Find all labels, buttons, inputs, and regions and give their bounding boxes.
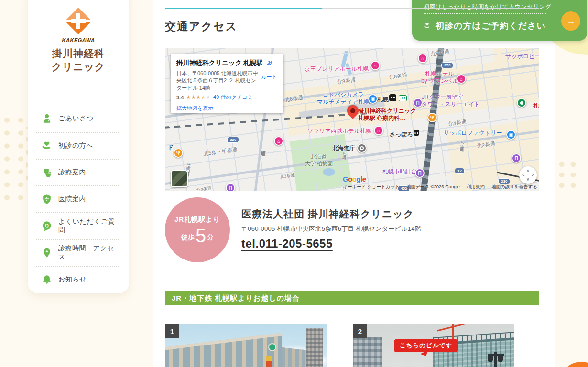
sidebar-item-label: 診療時間・アクセス: [58, 244, 120, 261]
subway-station-icon: [414, 130, 419, 136]
map-label: ソラリア西鉄ホテル札幌: [307, 127, 371, 135]
sidebar-item-1[interactable]: ごあいさつ: [36, 105, 120, 132]
road-shield: 12: [455, 168, 465, 174]
map-marker-hotel[interactable]: ⌂: [374, 126, 383, 135]
map-label: サッポロファクトリー: [444, 129, 502, 137]
sidebar-item-label: よくいただくご質問: [58, 217, 120, 235]
map-marker-civic[interactable]: [357, 143, 367, 153]
map-marker-transit[interactable]: [517, 98, 526, 108]
directions-button[interactable]: ルート: [260, 60, 279, 81]
hand-heart-icon: [41, 140, 53, 151]
access-photo-2: こちらのビルです 2: [353, 324, 514, 367]
map-marker-shopping[interactable]: ▣: [506, 130, 516, 140]
cta-arrow-button[interactable]: →: [561, 11, 580, 31]
sidebar-item-label: 初診の方へ: [58, 141, 93, 150]
map-label: 京王プレリアホテル札幌: [305, 65, 369, 73]
jr-station-icon: JR: [399, 95, 407, 101]
logo-diamond-icon: [63, 9, 94, 36]
map-marker-hotel[interactable]: ⌂: [457, 74, 466, 84]
street-lamp-head: [498, 356, 503, 362]
report-error-link[interactable]: 地図の誤りを報告する: [491, 184, 537, 190]
jr-tower: [306, 328, 323, 367]
reservation-cta-banner[interactable]: 初回はしっかりと時間をかけてカウンセリング 初診の方はご予約ください →: [412, 0, 587, 41]
photo-number-badge: 2: [353, 324, 367, 338]
photo-number-badge: 1: [165, 324, 179, 338]
map-attribution: キーボード ショートカット地図データ ©2026 Google利用規約地図の誤り…: [343, 184, 537, 190]
map-marker-museum[interactable]: Π: [512, 153, 521, 163]
walk-time-badge: JR札幌駅より 徒歩5分: [165, 197, 230, 262]
hand-heart-icon: [424, 20, 431, 32]
doctor-icon: [41, 113, 53, 124]
satellite-view-thumbnail[interactable]: [171, 170, 188, 187]
shield-cross-icon: [41, 194, 53, 205]
map-marker-museum[interactable]: Π: [415, 168, 425, 178]
reviews-link[interactable]: 49 件のクチコミ: [213, 94, 253, 101]
map-marker-museum[interactable]: Π: [413, 98, 423, 108]
rating-value: 3.4: [176, 95, 184, 100]
sidebar-item-5[interactable]: Qよくいただくご質問: [36, 212, 120, 239]
map-card-address: 日本、〒060-0005 北海道札幌市中央区北５条西６丁目2-２ 札幌センタービ…: [176, 70, 259, 92]
map-marker-restaurant[interactable]: Ψ: [174, 148, 183, 158]
sidebar-item-label: お知らせ: [58, 275, 87, 284]
terms-link[interactable]: 利用規約: [467, 184, 485, 190]
building-callout-bubble: こちらのビルです: [394, 339, 458, 352]
cta-dotted-divider: [424, 13, 546, 14]
google-map-embed[interactable]: 北9条通サッポロビール京王プレリアホテル札幌札幌ホテルby グランベル北8条通北…: [165, 48, 539, 191]
walk-badge-line2: 徒歩5分: [165, 225, 230, 247]
map-pan-control[interactable]: ∧∨<>: [519, 166, 537, 184]
sidebar-item-6[interactable]: 診療時間・アクセス: [36, 239, 120, 266]
map-marker-hotel[interactable]: ⌂: [418, 54, 427, 63]
sidebar-item-2[interactable]: 初診の方へ: [36, 132, 120, 159]
sidebar-item-label: 診療案内: [58, 168, 86, 177]
directions-fork-icon: [264, 60, 274, 70]
question-bubble-icon: Q: [41, 220, 53, 232]
sidebar-item-4[interactable]: 医院案内: [36, 185, 120, 212]
map-label: 札幌駅 心療内科…: [358, 114, 405, 122]
gray-building: [353, 337, 382, 367]
road-shield: 273: [441, 62, 453, 68]
building-logo-circle: [268, 343, 276, 351]
sidebar-item-7[interactable]: お知らせ: [36, 266, 120, 292]
map-label: 北海道: [311, 153, 327, 161]
svg-text:Q: Q: [45, 223, 49, 228]
map-marker-restaurant[interactable]: Ψ: [427, 113, 437, 122]
map-marker-hotel[interactable]: ⌂: [274, 136, 283, 146]
sidebar-item-label: ごあいさつ: [58, 114, 94, 123]
decor-dots-right: [556, 159, 576, 191]
walk-badge-line1: JR札幌駅より: [165, 216, 230, 224]
bell-icon: [41, 274, 53, 285]
map-marker-hotel[interactable]: ⌂: [370, 61, 380, 70]
map-info-card: 掛川神経科クリニック 札幌駅 ... 日本、〒060-0005 北海道札幌市中央…: [171, 54, 283, 113]
enlarge-map-link[interactable]: 拡大地図を表示: [176, 105, 278, 112]
cta-main-row: 初診の方はご予約ください: [424, 20, 546, 32]
clinic-address: 〒060-0005 札幌市中央区北5条西6丁目 札幌センタービル14階: [241, 225, 421, 233]
map-label: さっぽろ: [390, 130, 413, 139]
stethoscope-icon: [41, 167, 53, 178]
logo-brand-text: KAKEGAWA: [28, 37, 129, 43]
street-lamp: [494, 352, 497, 367]
map-label: タワー・スリーエイト: [422, 100, 480, 108]
map-marker-museum[interactable]: Π: [226, 183, 235, 191]
clinic-logo[interactable]: KAKEGAWA 掛川神経科 クリニック: [28, 9, 129, 74]
section-divider-line: [165, 8, 539, 9]
map-card-rating-row: 3.4 ★★★★★★★★★★ 49 件のクチコミ: [176, 94, 278, 101]
map-label: 札幌: [533, 102, 539, 110]
clinic-full-name: 医療法人社団 掛川神経科クリニック: [241, 207, 414, 221]
google-logo: Google: [343, 175, 366, 183]
map-label: 西18丁目通: [185, 162, 192, 169]
access-photo-1: 1: [165, 324, 327, 367]
cta-top-text: 初回はしっかりと時間をかけてカウンセリング: [424, 3, 546, 11]
sidebar: KAKEGAWA 掛川神経科 クリニック ごあいさつ初診の方へ診療案内医院案内Q…: [28, 0, 129, 293]
clinic-tel-link[interactable]: tel.011-205-5655: [241, 237, 333, 250]
map-pin-icon: [41, 247, 53, 259]
map-label: 札幌市時計台: [382, 168, 417, 176]
sidebar-item-3[interactable]: 診療案内: [36, 159, 120, 185]
logo-clinic-name: 掛川神経科 クリニック: [28, 47, 129, 74]
cta-main-text: 初診の方はご予約ください: [436, 20, 546, 32]
access-section-heading: JR・地下鉄 札幌駅よりお越しの場合: [165, 291, 539, 305]
page-title: 交通アクセス: [165, 19, 238, 34]
keyboard-shortcuts-link[interactable]: キーボード ショートカット: [343, 184, 400, 190]
scroll-top-button[interactable]: [559, 362, 588, 367]
street-lamp-head: [488, 356, 493, 362]
map-marker-shopping[interactable]: ▣: [368, 94, 378, 104]
